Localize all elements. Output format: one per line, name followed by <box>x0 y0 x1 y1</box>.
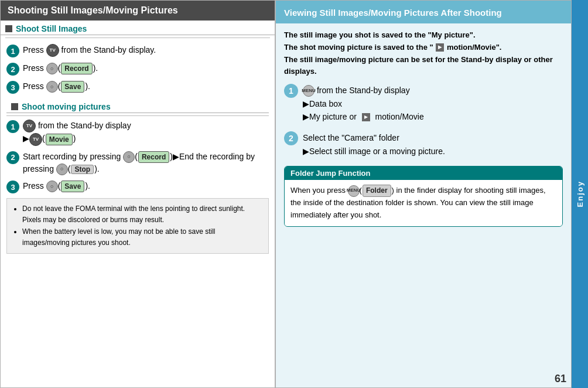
right-step-text-1: MENU from the Stand-by display ▶Data box… <box>303 84 563 123</box>
right-panel: Viewing Still Images/Moving Pictures Aft… <box>275 0 572 388</box>
movie-label: Movie <box>46 134 73 145</box>
notes-box: Do not leave the FOMA terminal with the … <box>6 198 269 254</box>
moving-step-2: 2 Start recording by pressing ○(Record)▶… <box>6 151 269 176</box>
menu-icon-1: MENU <box>303 85 314 97</box>
section-still-title: Shoot Still Images <box>16 24 87 33</box>
still-step-num-3: 3 <box>6 81 19 94</box>
still-step-text-1: Press TV from the Stand-by display. <box>23 44 269 57</box>
page-num-area: 61 <box>276 370 571 387</box>
tv-icon-m1b: TV <box>29 133 42 146</box>
motion-icon: ▶ <box>436 43 444 52</box>
still-step-2: 2 Press ○(Record). <box>6 62 269 76</box>
moving-step-text-1: TV from the Stand-by display ▶TV(Movie) <box>23 120 269 146</box>
section-moving-header: Shoot moving pictures <box>6 98 269 113</box>
record-label-2: Record <box>61 63 92 74</box>
circle-icon-3: ○ <box>46 81 58 93</box>
stop-label: Stop <box>71 165 94 174</box>
folder-jump-title: Folder Jump Function <box>285 166 562 180</box>
right-step-num-1: 1 <box>284 84 298 98</box>
enjoy-bar: Enjoy <box>572 0 588 388</box>
moving-step-num-3: 3 <box>6 181 19 193</box>
right-step-num-2: 2 <box>284 131 298 145</box>
circle-icon-m2: ○ <box>123 151 135 163</box>
tv-icon-1: TV <box>46 44 59 57</box>
circle-icon-m2b: ○ <box>56 164 68 175</box>
enjoy-label: Enjoy <box>576 181 584 207</box>
right-content: The still image you shot is saved to the… <box>276 23 571 370</box>
folder-jump-box: Folder Jump Function When you press MENU… <box>284 166 563 227</box>
note-2: When the battery level is low, you may n… <box>22 226 262 249</box>
moving-step-text-2: Start recording by pressing ○(Record)▶En… <box>23 151 269 176</box>
moving-step-3: 3 Press ○(Save). <box>6 180 269 193</box>
moving-step-num-2: 2 <box>6 151 19 164</box>
moving-step-num-1: 1 <box>6 120 19 133</box>
moving-step-text-3: Press ○(Save). <box>23 180 269 192</box>
tv-icon-m1: TV <box>23 120 36 132</box>
moving-step-1: 1 TV from the Stand-by display ▶TV(Movie… <box>6 120 269 146</box>
still-step-1: 1 Press TV from the Stand-by display. <box>6 44 269 57</box>
circle-icon-m3: ○ <box>46 181 58 192</box>
still-images-content: 1 Press TV from the Stand-by display. 2 … <box>1 42 275 387</box>
still-step-text-2: Press ○(Record). <box>23 62 269 74</box>
folder-label: Folder <box>363 185 391 197</box>
still-step-num-2: 2 <box>6 63 19 76</box>
left-panel: Shooting Still Images/Moving Pictures Sh… <box>0 0 275 388</box>
still-step-text-3: Press ○(Save). <box>23 80 269 93</box>
menu-icon-2: MENU <box>348 185 360 197</box>
folder-jump-body: When you press MENU(Folder) in the finde… <box>285 180 562 226</box>
section-square-icon-2 <box>11 103 18 110</box>
record-label-m2: Record <box>138 151 169 163</box>
save-label-m3: Save <box>61 181 84 192</box>
right-step-1: 1 MENU from the Stand-by display ▶Data b… <box>284 84 563 123</box>
save-label-3: Save <box>61 81 84 93</box>
section-moving-title: Shoot moving pictures <box>22 102 111 111</box>
motion-icon-2: ▶ <box>362 113 370 121</box>
still-step-3: 3 Press ○(Save). <box>6 80 269 94</box>
section-still-header: Shoot Still Images <box>1 21 275 35</box>
right-step-2: 2 Select the "Camera" folder ▶Select sti… <box>284 131 563 158</box>
circle-icon-2: ○ <box>46 63 58 74</box>
intro-text: The still image you shot is saved to the… <box>284 29 563 78</box>
page-number: 61 <box>555 373 566 385</box>
section-square-icon <box>5 25 12 32</box>
right-step-text-2: Select the "Camera" folder ▶Select still… <box>303 131 563 158</box>
still-step-num-1: 1 <box>6 45 19 57</box>
left-panel-header: Shooting Still Images/Moving Pictures <box>1 1 275 21</box>
note-1: Do not leave the FOMA terminal with the … <box>22 203 262 226</box>
right-panel-header: Viewing Still Images/Moving Pictures Aft… <box>276 1 571 23</box>
